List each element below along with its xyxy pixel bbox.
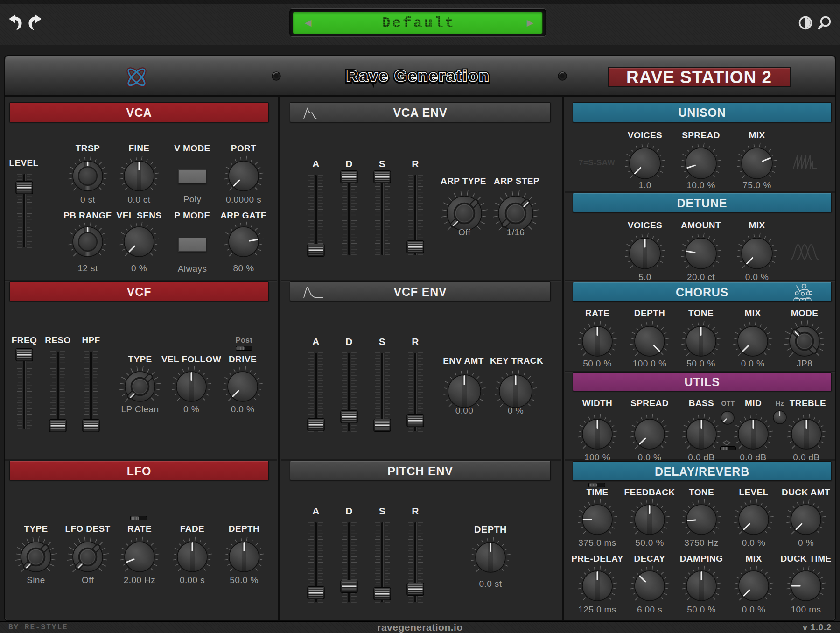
svg-text:Rave Generation: Rave Generation [346, 67, 490, 84]
